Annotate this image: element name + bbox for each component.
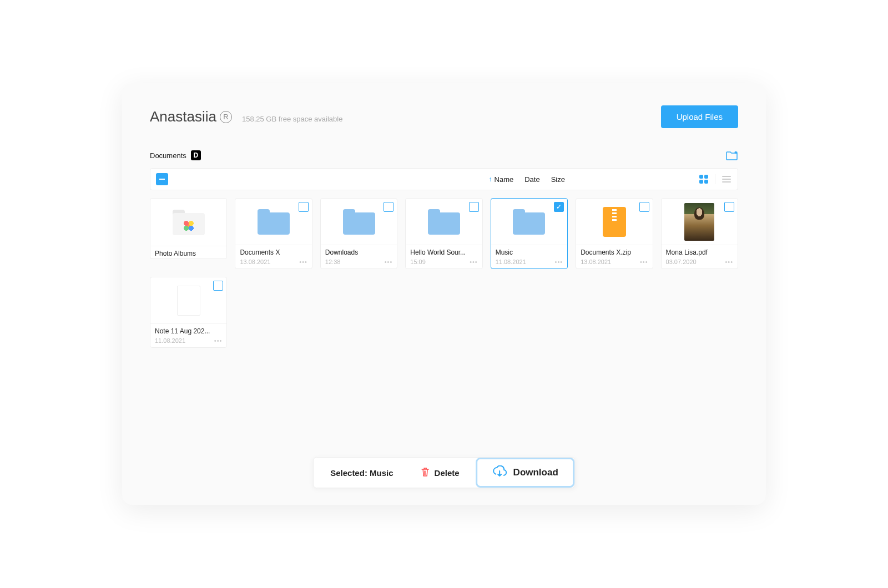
sort-controls: ↑ Name Date Size (489, 175, 565, 184)
registered-icon: R (220, 111, 232, 123)
breadcrumb-row: Documents D (150, 150, 738, 160)
file-grid: Photo AlbumsDocuments X13.08.2021•••Down… (150, 198, 738, 348)
more-options-icon[interactable]: ••• (470, 258, 478, 265)
file-name: Photo Albums (150, 246, 226, 258)
item-checkbox[interactable] (554, 202, 564, 212)
file-item[interactable]: Documents X13.08.2021••• (235, 198, 312, 269)
folder-icon (513, 209, 545, 235)
more-options-icon[interactable]: ••• (555, 258, 563, 265)
file-thumbnail (576, 199, 652, 245)
file-thumbnail (406, 199, 482, 245)
file-date: 13.08.2021 (581, 258, 611, 265)
header: Anastasiia R 158,25 GB free space availa… (150, 105, 738, 128)
more-options-icon[interactable]: ••• (725, 258, 733, 265)
file-name: Downloads (321, 245, 397, 257)
selected-name: Music (370, 468, 393, 478)
breadcrumb-label: Documents (150, 151, 186, 160)
item-checkbox[interactable] (724, 202, 734, 212)
more-options-icon[interactable]: ••• (299, 258, 307, 265)
item-checkbox[interactable] (469, 202, 479, 212)
file-thumbnail (150, 277, 226, 323)
file-date: 03.07.2020 (666, 258, 697, 265)
file-name: Hello World Sour... (406, 245, 482, 257)
file-meta: 03.07.2020••• (662, 257, 738, 268)
item-checkbox[interactable] (213, 281, 223, 291)
username: Anastasiia R (150, 108, 232, 125)
folder-icon (428, 209, 460, 235)
view-toggle (698, 174, 732, 185)
zip-file-icon (603, 207, 626, 237)
file-item[interactable]: Music11.08.2021••• (491, 198, 568, 269)
sort-date-label: Date (524, 175, 539, 184)
cloud-download-icon (492, 465, 508, 480)
upload-files-button[interactable]: Upload Files (661, 105, 738, 128)
file-thumbnail (491, 199, 567, 245)
file-name: Music (491, 245, 567, 257)
more-options-icon[interactable]: ••• (385, 258, 393, 265)
file-meta: 15:09••• (406, 257, 482, 268)
grid-icon (699, 175, 708, 184)
free-space-label: 158,25 GB free space available (242, 115, 342, 123)
file-name: Note 11 Aug 202... (150, 323, 226, 336)
list-view-button[interactable] (721, 174, 732, 185)
sort-by-size[interactable]: Size (551, 175, 565, 184)
file-thumbnail (662, 199, 738, 245)
list-icon (722, 176, 731, 183)
grid-view-button[interactable] (698, 174, 709, 185)
file-date: 12:38 (325, 258, 341, 265)
file-manager-window: Anastasiia R 158,25 GB free space availa… (122, 83, 766, 505)
username-text: Anastasiia (150, 108, 216, 125)
documents-app-icon: D (191, 150, 201, 160)
header-left: Anastasiia R 158,25 GB free space availa… (150, 108, 342, 125)
item-checkbox[interactable] (639, 202, 649, 212)
more-options-icon[interactable]: ••• (640, 258, 648, 265)
sort-by-date[interactable]: Date (524, 175, 539, 184)
file-name: Documents X.zip (576, 245, 652, 257)
divider (715, 174, 715, 184)
action-bar: Selected: Music Delete Download (313, 457, 575, 488)
file-meta: 11.08.2021••• (491, 257, 567, 268)
file-item[interactable]: Photo Albums (150, 198, 227, 259)
delete-label: Delete (435, 468, 460, 478)
file-item[interactable]: Mona Lisa.pdf03.07.2020••• (661, 198, 738, 269)
file-thumbnail (321, 199, 397, 245)
file-item[interactable]: Hello World Sour...15:09••• (405, 198, 482, 269)
sort-arrow-up-icon: ↑ (489, 175, 492, 183)
sort-name-label: Name (495, 175, 514, 184)
download-button[interactable]: Download (476, 458, 574, 488)
folder-icon (258, 209, 290, 235)
file-date: 11.08.2021 (496, 258, 526, 265)
photo-album-folder-icon (173, 210, 205, 235)
document-icon (177, 286, 200, 316)
select-all-checkbox[interactable] (156, 173, 168, 185)
sort-size-label: Size (551, 175, 565, 184)
file-date: 15:09 (410, 258, 426, 265)
file-date: 11.08.2021 (155, 337, 185, 344)
file-name: Mona Lisa.pdf (662, 245, 738, 257)
file-thumbnail (150, 199, 226, 246)
file-date: 13.08.2021 (240, 258, 270, 265)
new-folder-button[interactable] (726, 150, 738, 160)
sort-by-name[interactable]: ↑ Name (489, 175, 514, 184)
toolbar: ↑ Name Date Size (150, 168, 738, 190)
download-label: Download (513, 467, 558, 478)
file-item[interactable]: Note 11 Aug 202...11.08.2021••• (150, 277, 227, 348)
file-thumbnail (235, 199, 311, 245)
trash-icon (421, 467, 430, 479)
file-meta: 13.08.2021••• (576, 257, 652, 268)
delete-button[interactable]: Delete (410, 467, 471, 479)
selected-prefix: Selected: (330, 468, 370, 478)
file-name: Documents X (235, 245, 311, 257)
item-checkbox[interactable] (384, 202, 393, 212)
file-meta: 11.08.2021••• (150, 336, 226, 347)
file-item[interactable]: Downloads12:38••• (320, 198, 397, 269)
selected-label: Selected: Music (314, 468, 410, 478)
file-meta: 13.08.2021••• (235, 257, 311, 268)
item-checkbox[interactable] (299, 202, 309, 212)
folder-icon (343, 209, 375, 235)
breadcrumb[interactable]: Documents D (150, 150, 201, 160)
more-options-icon[interactable]: ••• (214, 337, 223, 344)
image-thumbnail-icon (684, 203, 714, 241)
file-item[interactable]: Documents X.zip13.08.2021••• (576, 198, 653, 269)
file-meta: 12:38••• (321, 257, 397, 268)
